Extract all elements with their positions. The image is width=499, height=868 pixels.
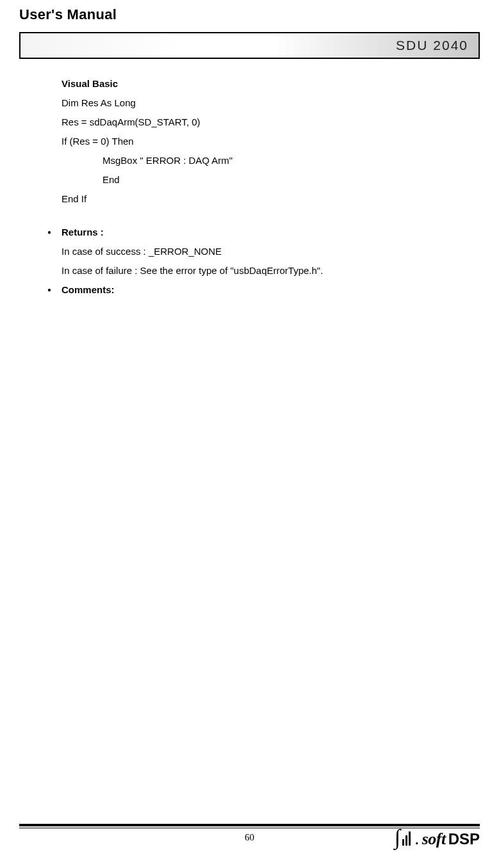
footer-rule — [19, 824, 480, 826]
code-line: Dim Res As Long — [61, 93, 467, 113]
product-name: SDU 2040 — [396, 38, 468, 53]
softdsp-logo: ∫ . softDSP — [395, 828, 480, 849]
comments-label: Comments: — [61, 280, 115, 300]
page-title: User's Manual — [19, 6, 480, 23]
logo-text-dsp: DSP — [448, 830, 480, 848]
returns-label: Returns : — [61, 223, 323, 242]
code-line: MsgBox " ERROR : DAQ Arm" — [61, 151, 467, 170]
code-line: Res = sdDaqArm(SD_START, 0) — [61, 113, 467, 132]
page-footer: 60 ∫ . softDSP — [19, 824, 480, 856]
product-banner: SDU 2040 — [19, 32, 480, 59]
content-body: Visual Basic Dim Res As Long Res = sdDaq… — [19, 74, 480, 300]
code-language-heading: Visual Basic — [61, 74, 467, 93]
code-line: End — [61, 170, 467, 189]
returns-section: ● Returns : In case of success : _ERROR_… — [45, 223, 467, 280]
returns-success: In case of success : _ERROR_NONE — [61, 242, 323, 261]
returns-failure: In case of failure : See the error type … — [61, 261, 323, 280]
logo-mark-icon: ∫ — [395, 828, 411, 846]
bullet-icon: ● — [45, 223, 61, 280]
logo-dot-icon: . — [415, 833, 419, 848]
code-line: End If — [61, 189, 467, 209]
page-number: 60 — [245, 832, 254, 843]
logo-text-soft: soft — [422, 830, 446, 849]
code-line: If (Res = 0) Then — [61, 132, 467, 151]
comments-section: ● Comments: — [45, 280, 467, 300]
bullet-icon: ● — [45, 280, 61, 300]
code-example: Visual Basic Dim Res As Long Res = sdDaq… — [61, 74, 467, 209]
